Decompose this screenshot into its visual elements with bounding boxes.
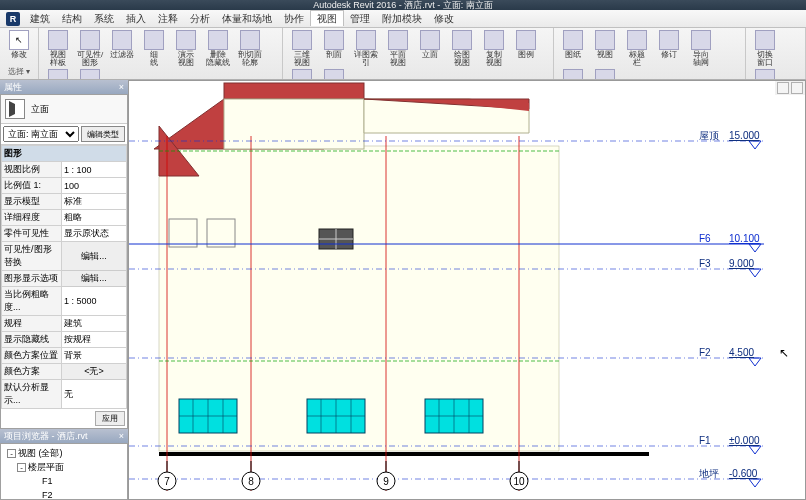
properties-selector-row: 立面: 南立面 编辑类型 bbox=[1, 124, 127, 145]
ribbon-button[interactable]: 图例 bbox=[511, 30, 541, 67]
property-edit-button[interactable]: <无> bbox=[62, 364, 127, 380]
ribbon-button[interactable]: 标题栏 bbox=[622, 30, 652, 67]
ribbon-button[interactable]: 切换窗口 bbox=[750, 30, 780, 67]
level-name[interactable]: F6 bbox=[699, 233, 711, 244]
tree-node[interactable]: -视图 (全部) bbox=[3, 446, 125, 460]
ribbon-button[interactable]: 视图 bbox=[590, 30, 620, 67]
property-value-input[interactable] bbox=[64, 213, 124, 223]
menu-tab[interactable]: 修改 bbox=[428, 11, 460, 26]
ribbon-button[interactable]: 修订 bbox=[654, 30, 684, 67]
tree-label: 视图 (全部) bbox=[18, 448, 63, 458]
ribbon-button[interactable]: 导向轴网 bbox=[686, 30, 716, 67]
ribbon-icon bbox=[324, 30, 344, 50]
menu-tab[interactable]: 系统 bbox=[88, 11, 120, 26]
level-elevation[interactable]: ±0.000 bbox=[729, 435, 760, 446]
property-value-input[interactable] bbox=[64, 389, 124, 399]
modify-button[interactable]: ↖修改 bbox=[4, 30, 34, 59]
cursor-icon: ↖ bbox=[779, 346, 789, 360]
ribbon-icon bbox=[595, 69, 615, 80]
property-key: 默认分析显示... bbox=[2, 380, 62, 409]
grid-bubble-label[interactable]: 9 bbox=[383, 476, 389, 487]
property-value-input[interactable] bbox=[64, 319, 124, 329]
ribbon-icon bbox=[420, 30, 440, 50]
ribbon-icon bbox=[292, 69, 312, 80]
menu-tab[interactable]: 协作 bbox=[278, 11, 310, 26]
level-elevation[interactable]: 10.100 bbox=[729, 233, 760, 244]
ribbon-button[interactable]: 视图样板 bbox=[43, 30, 73, 67]
ribbon-button[interactable]: Cloud渲染 bbox=[43, 69, 73, 80]
edit-type-button[interactable]: 编辑类型 bbox=[81, 126, 125, 142]
ribbon-button[interactable]: 删除隐藏线 bbox=[203, 30, 233, 67]
menu-tab[interactable]: 建筑 bbox=[24, 11, 56, 26]
ribbon-button[interactable]: 复制视图 bbox=[479, 30, 509, 67]
menu-tab[interactable]: 附加模块 bbox=[376, 11, 428, 26]
property-value-input[interactable] bbox=[64, 296, 124, 306]
level-name[interactable]: F1 bbox=[699, 435, 711, 446]
menu-tab[interactable]: 体量和场地 bbox=[216, 11, 278, 26]
level-name[interactable]: 屋顶 bbox=[699, 130, 719, 141]
grid-bubble-label[interactable]: 10 bbox=[513, 476, 525, 487]
property-value-input[interactable] bbox=[64, 335, 124, 345]
ribbon-button[interactable]: 拼接线 bbox=[558, 69, 588, 80]
tree-node[interactable]: -楼层平面 bbox=[3, 460, 125, 474]
level-elevation[interactable]: -0.600 bbox=[729, 468, 758, 479]
level-elevation[interactable]: 15.000 bbox=[729, 130, 760, 141]
property-value-input[interactable] bbox=[64, 181, 124, 191]
ribbon-button[interactable]: 可见性/图形 bbox=[75, 30, 105, 67]
property-value-input[interactable] bbox=[64, 351, 124, 361]
canvas[interactable]: 屋顶15.000F610.100F39.000F24.500F1±0.000地坪… bbox=[128, 80, 806, 500]
level-name[interactable]: 地坪 bbox=[698, 468, 719, 479]
ribbon-button[interactable]: 关闭隐藏对象 bbox=[750, 69, 780, 80]
left-panels: 属性 × 立面 立面: 南立面 编辑类型 图形 视图比例比例值 1:显示模型详细… bbox=[0, 80, 128, 500]
apply-button[interactable]: 应用 bbox=[95, 411, 125, 426]
menu-tab[interactable]: 注释 bbox=[152, 11, 184, 26]
tree-twisty[interactable]: - bbox=[7, 449, 16, 458]
menu-tab[interactable]: 视图 bbox=[310, 10, 344, 26]
ribbon-icon bbox=[595, 30, 615, 50]
close-icon[interactable]: × bbox=[119, 431, 124, 441]
tree-label: 楼层平面 bbox=[28, 462, 64, 472]
ribbon-button[interactable]: 图纸 bbox=[558, 30, 588, 67]
level-name[interactable]: F3 bbox=[699, 258, 711, 269]
property-value-input[interactable] bbox=[64, 197, 124, 207]
menu-tab[interactable]: 分析 bbox=[184, 11, 216, 26]
ribbon-button[interactable]: 平面视图 bbox=[383, 30, 413, 67]
menu-tab[interactable]: 结构 bbox=[56, 11, 88, 26]
close-icon[interactable]: × bbox=[119, 82, 124, 92]
grid-bubble-label[interactable]: 8 bbox=[248, 476, 254, 487]
level-name[interactable]: F2 bbox=[699, 347, 711, 358]
grid-bubble-label[interactable]: 7 bbox=[164, 476, 170, 487]
tree-label: F2 bbox=[42, 490, 53, 500]
property-value-input[interactable] bbox=[64, 165, 124, 175]
property-edit-button[interactable]: 编辑... bbox=[62, 271, 127, 287]
svg-rect-6 bbox=[224, 99, 364, 149]
ribbon-button[interactable]: 明细表 bbox=[287, 69, 317, 80]
ribbon-button[interactable]: 过滤器 bbox=[107, 30, 137, 67]
property-edit-button[interactable]: 编辑... bbox=[62, 242, 127, 271]
property-row: 零件可见性 bbox=[2, 226, 127, 242]
ribbon-button[interactable]: 细线 bbox=[139, 30, 169, 67]
properties-table: 图形 视图比例比例值 1:显示模型详细程度零件可见性可见性/图形替换编辑...图… bbox=[1, 145, 127, 409]
level-elevation[interactable]: 4.500 bbox=[729, 347, 754, 358]
ribbon-button[interactable]: 视图参照 bbox=[590, 69, 620, 80]
level-elevation[interactable]: 9.000 bbox=[729, 258, 754, 269]
ribbon-button[interactable]: 剖切面轮廓 bbox=[235, 30, 265, 67]
tree-twisty[interactable]: - bbox=[17, 463, 26, 472]
menu-tab[interactable]: 插入 bbox=[120, 11, 152, 26]
ribbon-button[interactable]: 渲染库 bbox=[75, 69, 105, 80]
menu-tab[interactable]: 管理 bbox=[344, 11, 376, 26]
ribbon-button[interactable]: 范围框 bbox=[319, 69, 349, 80]
tree-node[interactable]: F1 bbox=[3, 474, 125, 488]
property-value-input[interactable] bbox=[64, 229, 124, 239]
ribbon-icon bbox=[563, 69, 583, 80]
tree-node[interactable]: F2 bbox=[3, 488, 125, 500]
instance-selector[interactable]: 立面: 南立面 bbox=[3, 126, 79, 142]
properties-type-row: 立面 bbox=[1, 95, 127, 124]
ribbon-button[interactable]: 剖面 bbox=[319, 30, 349, 67]
ribbon-button[interactable]: 详图索引 bbox=[351, 30, 381, 67]
ribbon-button[interactable]: 绘图视图 bbox=[447, 30, 477, 67]
ribbon-button[interactable]: 立面 bbox=[415, 30, 445, 67]
ribbon-button[interactable]: 三维视图 bbox=[287, 30, 317, 67]
app-icon[interactable]: R bbox=[6, 12, 20, 26]
ribbon-button[interactable]: 演示视图 bbox=[171, 30, 201, 67]
